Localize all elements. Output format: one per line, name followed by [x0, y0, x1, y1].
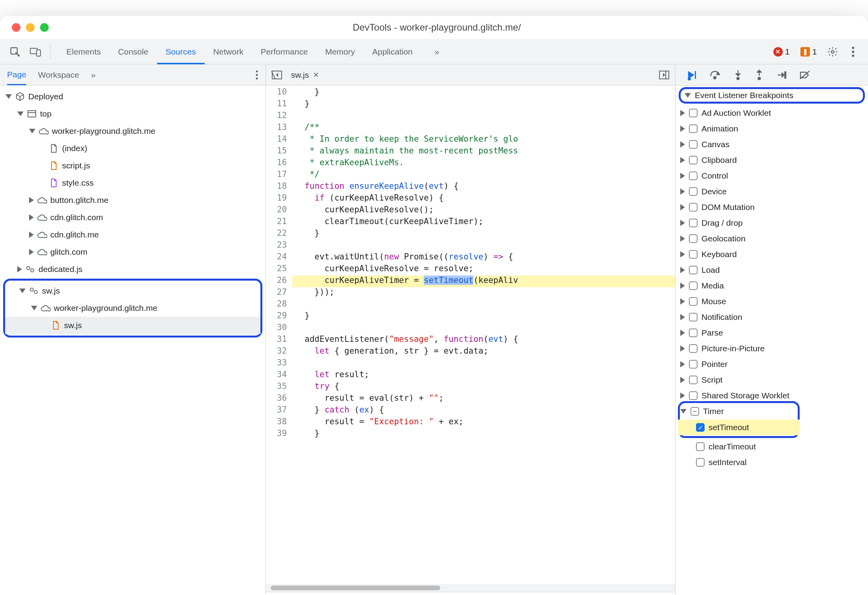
editor-tab-swjs[interactable]: sw.js ✕ — [288, 70, 322, 80]
bp-category-keyboard[interactable]: Keyboard — [676, 246, 868, 262]
checkbox-icon[interactable] — [689, 203, 698, 212]
minimize-icon[interactable] — [26, 23, 35, 32]
tree-domain-main[interactable]: worker-playground.glitch.me — [0, 122, 266, 140]
checkbox-icon[interactable] — [689, 172, 698, 180]
checkbox-icon[interactable] — [689, 109, 698, 117]
checkbox-icon[interactable] — [689, 219, 698, 227]
checkbox-icon[interactable] — [689, 329, 698, 337]
checkbox-icon[interactable] — [689, 297, 698, 306]
bp-cleartimeout[interactable]: clearTimeout — [676, 439, 868, 454]
tree-domain-glitch[interactable]: glitch.com — [0, 243, 266, 261]
bp-category-control[interactable]: Control — [676, 168, 868, 184]
code-area[interactable]: } } /** * In order to keep the ServiceWo… — [292, 86, 675, 584]
tree-domain-button[interactable]: button.glitch.me — [0, 192, 266, 209]
step-into-icon[interactable] — [734, 69, 742, 80]
navigator-kebab-icon[interactable] — [255, 70, 258, 80]
tab-page[interactable]: Page — [7, 70, 26, 85]
checkbox-icon[interactable] — [689, 344, 698, 353]
bp-category-drag-drop[interactable]: Drag / drop — [676, 215, 868, 231]
close-tab-icon[interactable]: ✕ — [313, 71, 319, 79]
checkbox-icon[interactable] — [696, 458, 705, 467]
tree-deployed[interactable]: Deployed — [0, 88, 266, 105]
svg-point-3 — [831, 50, 834, 53]
bp-category-parse[interactable]: Parse — [676, 325, 868, 341]
bp-setinterval[interactable]: setInterval — [676, 454, 868, 470]
tab-elements[interactable]: Elements — [58, 39, 110, 64]
bp-category-picture-in-picture[interactable]: Picture-in-Picture — [676, 341, 868, 356]
event-listener-breakpoints-header[interactable]: Event Listener Breakpoints — [679, 87, 865, 104]
tree-sw-root[interactable]: sw.js — [5, 282, 260, 299]
cloud-icon — [37, 247, 47, 257]
tree-domain-cdn1[interactable]: cdn.glitch.com — [0, 209, 266, 226]
bp-category-animation[interactable]: Animation — [676, 121, 868, 137]
zoom-icon[interactable] — [40, 23, 49, 32]
tree-file-stylecss[interactable]: style.css — [0, 174, 266, 192]
step-over-icon[interactable] — [709, 70, 721, 80]
tree-sw-domain[interactable]: worker-playground.glitch.me — [5, 299, 260, 317]
tree-file-scriptjs[interactable]: script.js — [0, 157, 266, 174]
tab-sources[interactable]: Sources — [157, 39, 205, 64]
tab-console[interactable]: Console — [110, 39, 157, 64]
tree-domain-cdn2[interactable]: cdn.glitch.me — [0, 226, 266, 243]
checkbox-icon[interactable] — [689, 313, 698, 321]
bp-settimeout[interactable]: setTimeout — [709, 423, 749, 432]
bp-category-ad-auction-worklet[interactable]: Ad Auction Worklet — [676, 105, 868, 121]
tab-application[interactable]: Application — [364, 39, 421, 64]
bp-category-mouse[interactable]: Mouse — [676, 294, 868, 309]
kebab-icon[interactable] — [845, 44, 861, 60]
tree-dedicatedjs[interactable]: dedicated.js — [0, 261, 266, 278]
checkbox-icon[interactable] — [689, 266, 698, 274]
line-gutter[interactable]: 1011121314151617181920212223242526272829… — [266, 86, 292, 584]
toggle-debugger-icon[interactable] — [659, 70, 670, 80]
checkbox-mixed-icon[interactable]: − — [690, 407, 699, 416]
bp-category-timer[interactable]: − Timer — [676, 403, 868, 419]
bp-category-dom-mutation[interactable]: DOM Mutation — [676, 199, 868, 215]
tree-file-index[interactable]: (index) — [0, 140, 266, 157]
tab-performance[interactable]: Performance — [252, 39, 317, 64]
bp-category-pointer[interactable]: Pointer — [676, 356, 868, 372]
inspect-icon[interactable] — [7, 44, 23, 60]
toggle-navigator-icon[interactable] — [271, 70, 282, 80]
bp-category-geolocation[interactable]: Geolocation — [676, 231, 868, 246]
bp-category-clipboard[interactable]: Clipboard — [676, 152, 868, 168]
error-badge[interactable]: ✕1 — [773, 47, 790, 57]
document-icon — [51, 320, 61, 330]
bp-category-script[interactable]: Script — [676, 372, 868, 388]
checkbox-icon[interactable] — [689, 391, 698, 400]
checkbox-icon[interactable] — [689, 376, 698, 384]
step-icon[interactable] — [776, 70, 786, 80]
bp-category-media[interactable]: Media — [676, 278, 868, 294]
checkbox-checked-icon[interactable]: ✓ — [696, 423, 705, 432]
checkbox-icon[interactable] — [689, 281, 698, 290]
svg-point-8 — [256, 74, 258, 76]
bp-category-load[interactable]: Load — [676, 262, 868, 278]
checkbox-icon[interactable] — [689, 250, 698, 259]
checkbox-icon[interactable] — [696, 442, 705, 451]
tree-file-swjs[interactable]: sw.js — [5, 317, 260, 334]
resume-icon[interactable] — [687, 70, 697, 80]
bp-category-device[interactable]: Device — [676, 184, 868, 199]
warning-badge[interactable]: ❚1 — [800, 47, 817, 57]
tab-memory[interactable]: Memory — [317, 39, 364, 64]
bp-category-canvas[interactable]: Canvas — [676, 137, 868, 152]
close-icon[interactable] — [12, 23, 20, 32]
tab-workspace[interactable]: Workspace — [38, 70, 79, 80]
navigator-tabs: Page Workspace » — [0, 64, 266, 86]
device-toggle-icon[interactable] — [27, 44, 43, 60]
bp-category-shared-storage-worklet[interactable]: Shared Storage Worklet — [676, 388, 868, 403]
navigator-overflow[interactable]: » — [91, 70, 96, 80]
horizontal-scrollbar[interactable] — [266, 584, 675, 592]
checkbox-icon[interactable] — [689, 360, 698, 369]
tree-top[interactable]: top — [0, 105, 266, 122]
tabs-overflow[interactable]: » — [426, 39, 448, 64]
bp-category-notification[interactable]: Notification — [676, 309, 868, 325]
deactivate-breakpoints-icon[interactable] — [799, 70, 811, 80]
gear-icon[interactable] — [825, 44, 841, 60]
checkbox-icon[interactable] — [689, 140, 698, 149]
checkbox-icon[interactable] — [689, 187, 698, 196]
tab-network[interactable]: Network — [205, 39, 252, 64]
checkbox-icon[interactable] — [689, 156, 698, 164]
checkbox-icon[interactable] — [689, 124, 698, 133]
step-out-icon[interactable] — [755, 69, 764, 80]
checkbox-icon[interactable] — [689, 234, 698, 243]
